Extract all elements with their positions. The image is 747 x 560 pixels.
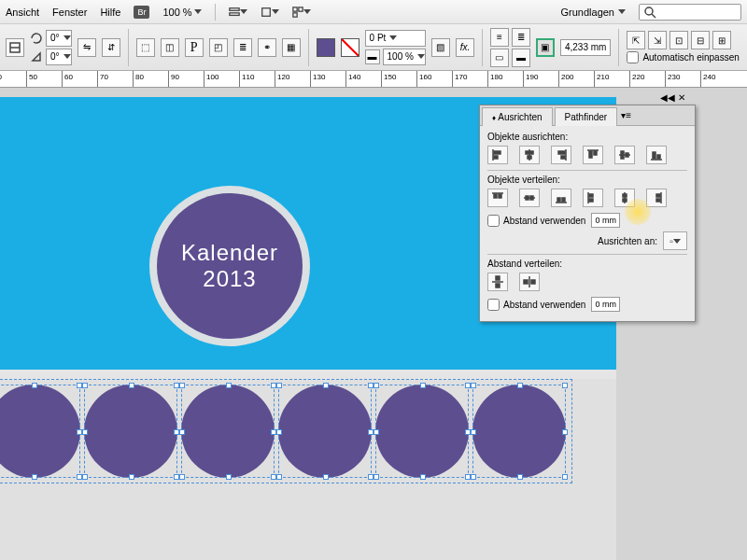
svg-rect-49 [524,280,528,284]
apply-fill-icon[interactable]: ▬ [365,49,380,64]
link-icon[interactable]: ⚭ [258,38,276,57]
tab-align[interactable]: ♦ Ausrichten [482,107,553,126]
distribute-bottom-button[interactable] [551,189,571,207]
use-spacing-check[interactable] [487,215,500,227]
autofit-label: Automatisch einpassen [642,52,739,63]
title-line2: 2013 [203,266,256,292]
fill-swatch[interactable] [317,38,335,57]
svg-rect-20 [589,151,592,158]
menu-ansicht[interactable]: Ansicht [6,7,39,18]
distribute-hspace-button[interactable] [519,273,540,291]
spacing2-input[interactable]: 0 mm [591,297,620,312]
menu-fenster[interactable]: Fenster [52,7,87,18]
search-input[interactable] [639,4,741,21]
svg-rect-4 [298,7,302,10]
tab-pathfinder[interactable]: Pathfinder [555,107,618,126]
title-line1: Kalender [181,240,278,266]
flip-v-icon[interactable]: ⇵ [102,38,120,57]
svg-rect-23 [621,151,624,159]
align-to-dropdown[interactable]: ▫ [663,231,687,250]
use-spacing2-checkbox[interactable]: Abstand verwenden [487,299,585,311]
svg-rect-42 [623,199,627,202]
svg-rect-44 [656,194,660,197]
svg-point-6 [645,7,653,15]
align-hcenter-button[interactable] [519,146,540,164]
opacity-input[interactable]: 100 % [383,49,426,65]
distribute-vcenter-button[interactable] [519,189,540,207]
align-left-button[interactable] [487,146,508,164]
paragraph-style-icon[interactable]: P [185,38,204,57]
text-align-icon[interactable]: ≡ [490,28,509,47]
svg-rect-3 [292,7,296,10]
menu-bar: Ansicht Fenster Hilfe Br 100 % Grundlage… [0,0,747,24]
spacing-input[interactable]: 0 mm [591,213,620,228]
use-spacing2-label: Abstand verwenden [503,300,585,310]
title-circle[interactable]: Kalender 2013 [157,193,303,339]
svg-rect-45 [656,199,660,202]
distribute-spacing-label: Abstand verteilen: [487,259,687,269]
measure-input[interactable]: 4,233 mm [560,39,611,56]
wrap-mode2-icon[interactable]: ▬ [512,49,530,67]
svg-rect-14 [526,151,533,154]
chevron-down-icon [194,9,202,14]
object-states-icon[interactable]: ▦ [282,38,301,57]
fit-prop-icon[interactable]: ⊟ [691,31,710,49]
autofit-checkbox[interactable]: Automatisch einpassen [627,51,739,63]
frame-fitting-icon[interactable]: ▣ [536,38,555,57]
align-panel[interactable]: ♦ Ausrichten Pathfinder ▾≡ ◀◀ ✕ Objekte … [479,105,696,322]
reference-point-icon[interactable] [6,38,24,57]
corner-options-icon[interactable]: ◰ [209,38,228,57]
distribute-section-label: Objekte verteilen: [487,175,687,185]
align-top-button[interactable] [583,146,603,164]
svg-rect-0 [229,7,238,10]
align-right-button[interactable] [551,146,571,164]
distribute-vspace-button[interactable] [487,273,508,291]
use-spacing2-check[interactable] [487,299,500,311]
close-icon[interactable]: ◀◀ ✕ [655,92,691,103]
panel-menu-icon[interactable]: ▾≡ [617,110,635,120]
use-spacing-checkbox[interactable]: Abstand verwenden [487,215,585,227]
stroke-swatch[interactable] [341,38,359,57]
align-vcenter-button[interactable] [614,146,635,164]
fit-frame-icon[interactable]: ⇲ [648,31,667,49]
menu-hilfe[interactable]: Hilfe [100,7,120,18]
ruler-horizontal[interactable]: 4050607080901001101201301401501601701801… [0,71,747,88]
stroke-weight-input[interactable]: 0 Pt [365,30,426,47]
text-wrap-icon[interactable]: ≣ [233,38,252,57]
autofit-check[interactable] [627,51,639,63]
screen-mode-icon[interactable] [261,3,279,21]
svg-rect-50 [531,280,535,284]
wrap-mode-icon[interactable]: ▭ [490,49,509,67]
shear-input[interactable]: 0° [46,49,72,65]
effects-icon[interactable]: fx. [456,38,474,57]
distribute-right-button[interactable] [646,189,667,207]
distribute-top-button[interactable] [487,189,508,207]
align-to-label: Ausrichten an: [598,236,657,246]
canvas[interactable]: Kalender 2013 ♦ Ausrichten Pathfinder ▾≡… [0,88,747,560]
arrange-icon[interactable] [292,3,311,21]
drop-shadow-icon[interactable]: ▧ [431,38,450,57]
align-bottom-button[interactable] [646,146,667,164]
fit-content-icon[interactable]: ⇱ [627,31,645,49]
zoom-level[interactable]: 100 % [162,7,201,18]
svg-rect-21 [594,151,597,155]
select-content-icon[interactable]: ◫ [161,38,179,57]
shear-icon [30,50,43,63]
svg-rect-38 [589,194,593,197]
svg-line-7 [652,14,655,18]
center-content-icon[interactable]: ⊡ [669,31,688,49]
bridge-icon[interactable]: Br [134,6,149,19]
text-align2-icon[interactable]: ≣ [512,28,530,47]
selection-bounding-box[interactable] [0,379,572,483]
svg-rect-30 [499,194,501,198]
view-options-icon[interactable] [229,3,247,21]
svg-rect-32 [526,196,529,200]
distribute-left-button[interactable] [583,189,603,207]
select-container-icon[interactable]: ⬚ [136,38,155,57]
rotation-input[interactable]: 0° [46,30,72,47]
workspace-dropdown[interactable]: Grundlagen [561,7,627,18]
svg-rect-11 [494,151,500,154]
distribute-hcenter-button[interactable] [614,189,635,207]
fill-prop-icon[interactable]: ⊞ [712,31,731,49]
flip-h-icon[interactable]: ⇋ [78,38,96,57]
